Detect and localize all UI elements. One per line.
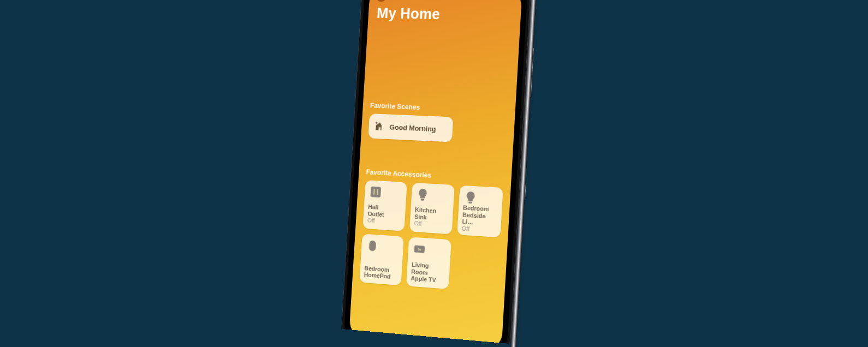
bulb-icon (415, 187, 430, 202)
accessory-kitchen-sink[interactable]: Kitchen Sink Off (409, 183, 455, 235)
accessory-line1: Bedroom (463, 204, 498, 213)
favorite-scenes-label: Favorite Scenes (370, 102, 508, 115)
svg-rect-6 (369, 241, 376, 252)
homepod-icon (365, 238, 379, 253)
svg-rect-4 (420, 199, 424, 201)
outlet-icon (368, 184, 383, 199)
favorite-accessories-section: Favorite Accessories Hall Outlet Off (352, 168, 512, 294)
favorite-scenes-section: Favorite Scenes Good Morning (361, 101, 515, 145)
accessory-living-room-appletv[interactable]: tv Living Room Apple TV (406, 237, 451, 289)
page-title: My Home (368, 2, 521, 25)
accessory-hall-outlet[interactable]: Hall Outlet Off (362, 180, 407, 231)
phone-power-button (531, 48, 534, 97)
app-screen: My Home Favorite Scenes Good Morning Fav… (349, 0, 522, 347)
phone-frame: My Home Favorite Scenes Good Morning Fav… (340, 0, 532, 347)
svg-rect-1 (371, 187, 382, 198)
house-sun-icon (374, 120, 386, 133)
bulb-icon (463, 190, 478, 205)
scene-label: Good Morning (389, 123, 436, 133)
appletv-icon: tv (412, 242, 427, 257)
accessory-bedroom-homepod[interactable]: Bedroom HomePod (359, 234, 403, 286)
svg-rect-5 (468, 201, 472, 204)
svg-point-0 (376, 122, 378, 124)
accessory-status: Off (414, 220, 448, 230)
accessory-bedroom-bedside[interactable]: Bedroom Bedside Li… Off (457, 186, 503, 238)
phone-sim-slot (525, 184, 526, 199)
accessory-status: Off (367, 217, 401, 227)
accessory-status: Off (461, 225, 496, 235)
phone-bezel: My Home Favorite Scenes Good Morning Fav… (343, 0, 528, 347)
accessory-line2: Bedside Li… (462, 211, 497, 228)
accessory-line2: Apple TV (411, 275, 445, 284)
scene-good-morning[interactable]: Good Morning (368, 113, 453, 142)
phone-mockup: My Home Favorite Scenes Good Morning Fav… (340, 0, 532, 347)
